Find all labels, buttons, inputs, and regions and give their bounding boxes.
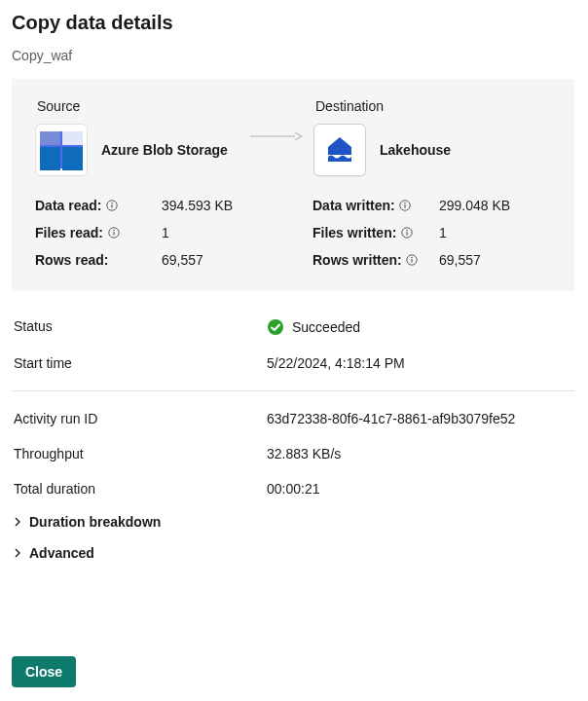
- advanced-expander[interactable]: Advanced: [12, 537, 574, 569]
- data-written-label: Data written:: [312, 198, 395, 213]
- throughput-value: 32.883 KB/s: [267, 446, 572, 461]
- page-title: Copy data details: [12, 12, 574, 34]
- svg-point-6: [113, 230, 115, 232]
- lakehouse-icon: [313, 124, 366, 176]
- total-duration-value: 00:00:21: [267, 481, 572, 497]
- info-icon[interactable]: [400, 227, 413, 240]
- files-read-value: 1: [162, 225, 274, 240]
- destination-endpoint: Destination Lakehouse: [313, 98, 551, 176]
- rows-read-value: 69,557: [162, 252, 274, 268]
- source-label: Azure Blob Storage: [101, 142, 228, 158]
- destination-heading: Destination: [315, 98, 551, 114]
- svg-point-9: [404, 203, 406, 204]
- status-label: Status: [14, 318, 267, 336]
- rows-read-label: Rows read:: [35, 252, 108, 268]
- rows-written-label: Rows written:: [312, 252, 402, 268]
- svg-rect-2: [111, 204, 112, 208]
- destination-label: Lakehouse: [380, 142, 451, 158]
- files-written-label: Files written:: [312, 225, 396, 240]
- info-icon[interactable]: [406, 254, 419, 267]
- azure-blob-storage-icon: [35, 124, 88, 176]
- data-written-value: 299.048 KB: [439, 198, 551, 213]
- arrow-right-icon: [250, 129, 303, 145]
- copy-flow-panel: Source Azure Blob Storage Destin: [12, 79, 574, 291]
- chevron-right-icon: [12, 516, 23, 528]
- start-time-value: 5/22/2024, 4:18:14 PM: [267, 355, 572, 371]
- rows-written-value: 69,557: [439, 252, 551, 268]
- activity-run-id-label: Activity run ID: [14, 411, 267, 426]
- files-read-label: Files read:: [35, 225, 103, 240]
- svg-point-15: [411, 257, 413, 259]
- source-stats: Data read: 394.593 KB Files read: 1: [35, 198, 274, 268]
- advanced-label: Advanced: [29, 545, 94, 561]
- svg-rect-8: [405, 204, 406, 208]
- svg-point-12: [406, 230, 408, 232]
- source-heading: Source: [37, 98, 239, 114]
- section-divider: [12, 390, 574, 391]
- activity-name: Copy_waf: [12, 48, 574, 63]
- data-read-label: Data read:: [35, 198, 101, 213]
- destination-stats: Data written: 299.048 KB Files written: …: [312, 198, 551, 268]
- close-button[interactable]: Close: [12, 656, 76, 687]
- svg-rect-14: [412, 259, 413, 263]
- activity-run-id-value: 63d72338-80f6-41c7-8861-af9b3079fe52: [267, 411, 572, 426]
- info-icon[interactable]: [399, 200, 412, 212]
- svg-point-16: [268, 319, 283, 335]
- svg-rect-11: [406, 232, 407, 236]
- status-value: Succeeded: [292, 319, 360, 335]
- throughput-label: Throughput: [14, 446, 267, 461]
- total-duration-label: Total duration: [14, 481, 267, 497]
- duration-breakdown-expander[interactable]: Duration breakdown: [12, 506, 574, 537]
- data-read-value: 394.593 KB: [162, 198, 274, 213]
- svg-point-3: [111, 203, 113, 204]
- source-endpoint: Source Azure Blob Storage: [35, 98, 239, 176]
- chevron-right-icon: [12, 547, 23, 559]
- success-icon: [267, 318, 284, 336]
- duration-breakdown-label: Duration breakdown: [29, 514, 161, 530]
- info-icon[interactable]: [105, 200, 118, 212]
- start-time-label: Start time: [14, 355, 267, 371]
- svg-rect-5: [113, 232, 114, 236]
- info-icon[interactable]: [107, 227, 120, 240]
- files-written-value: 1: [439, 225, 551, 240]
